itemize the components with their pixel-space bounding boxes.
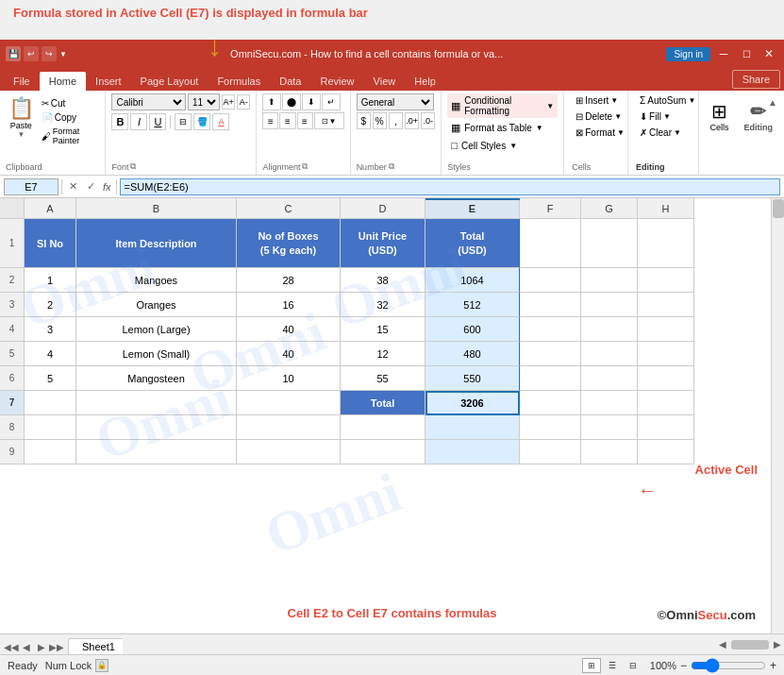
view-normal-button[interactable]: ⊞ bbox=[582, 658, 601, 673]
tab-page-layout[interactable]: Page Layout bbox=[131, 72, 209, 91]
cell-b2[interactable]: Mangoes bbox=[76, 268, 237, 293]
cells-large-button[interactable]: ⊞ Cells bbox=[707, 96, 733, 136]
cell-b5[interactable]: Lemon (Small) bbox=[76, 342, 237, 366]
cell-h3[interactable] bbox=[638, 293, 694, 317]
underline-button[interactable]: U bbox=[149, 113, 166, 130]
cell-g9[interactable] bbox=[581, 440, 638, 464]
number-format-select[interactable]: General bbox=[357, 93, 434, 110]
increase-font-button[interactable]: A+ bbox=[222, 94, 235, 110]
cell-b1[interactable]: Item Description bbox=[76, 219, 237, 268]
cell-g4[interactable] bbox=[581, 317, 638, 342]
share-button[interactable]: Share bbox=[732, 70, 780, 89]
cell-f3[interactable] bbox=[520, 293, 581, 317]
dollar-button[interactable]: $ bbox=[357, 112, 371, 129]
scroll-left-button[interactable]: ◀ bbox=[716, 638, 729, 651]
font-color-button[interactable]: A bbox=[212, 113, 229, 130]
cell-b3[interactable]: Oranges bbox=[76, 293, 237, 317]
cell-a1[interactable]: Sl No bbox=[25, 219, 76, 268]
conditional-formatting-button[interactable]: ▦ Conditional Formatting ▼ bbox=[447, 93, 558, 118]
cell-f1[interactable] bbox=[520, 219, 581, 268]
copy-button[interactable]: 📄 Copy bbox=[40, 111, 100, 124]
cell-g6[interactable] bbox=[581, 366, 638, 391]
view-page-break-button[interactable]: ⊟ bbox=[624, 658, 642, 673]
col-header-h[interactable]: H bbox=[638, 198, 694, 219]
cell-b6[interactable]: Mangosteen bbox=[76, 366, 237, 391]
cell-a8[interactable] bbox=[25, 415, 76, 440]
cell-g7[interactable] bbox=[581, 391, 638, 415]
cell-a4[interactable]: 3 bbox=[25, 317, 76, 342]
cell-a3[interactable]: 2 bbox=[25, 293, 76, 317]
decrease-decimal-button[interactable]: .0- bbox=[421, 112, 435, 129]
cell-a9[interactable] bbox=[25, 440, 76, 464]
cut-button[interactable]: ✂ Cut bbox=[40, 97, 100, 110]
cell-d3[interactable]: 32 bbox=[341, 293, 425, 317]
cell-c5[interactable]: 40 bbox=[237, 342, 341, 366]
merge-center-button[interactable]: ⊡ ▼ bbox=[314, 112, 344, 129]
cell-h6[interactable] bbox=[638, 366, 694, 391]
paste-button[interactable]: 📋 Paste ▼ bbox=[6, 93, 37, 141]
cell-reference-input[interactable] bbox=[4, 178, 58, 195]
close-icon[interactable]: ✕ bbox=[759, 45, 778, 62]
cell-f5[interactable] bbox=[520, 342, 581, 366]
restore-icon[interactable]: ☐ bbox=[737, 45, 756, 62]
cell-f2[interactable] bbox=[520, 268, 581, 293]
nav-right-button[interactable]: ▶▶ bbox=[49, 639, 64, 654]
cell-c7[interactable] bbox=[237, 391, 341, 415]
tab-help[interactable]: Help bbox=[405, 72, 445, 91]
nav-left-button[interactable]: ◀◀ bbox=[4, 639, 19, 654]
cell-g5[interactable] bbox=[581, 342, 638, 366]
vertical-scrollbar[interactable] bbox=[771, 198, 784, 633]
font-name-select[interactable]: Calibri bbox=[111, 93, 186, 110]
cell-h8[interactable] bbox=[638, 415, 694, 440]
decrease-font-button[interactable]: A- bbox=[237, 94, 250, 110]
tab-formulas[interactable]: Formulas bbox=[208, 72, 270, 91]
cell-b9[interactable] bbox=[76, 440, 237, 464]
cell-e7-active[interactable]: 3206 bbox=[425, 391, 520, 415]
collapse-ribbon-button[interactable]: ▲ bbox=[765, 94, 780, 110]
cell-g2[interactable] bbox=[581, 268, 638, 293]
cell-c8[interactable] bbox=[237, 415, 341, 440]
cell-e3[interactable]: 512 bbox=[425, 293, 520, 317]
cell-f4[interactable] bbox=[520, 317, 581, 342]
format-as-table-button[interactable]: ▦ Format as Table ▼ bbox=[447, 120, 558, 136]
tab-review[interactable]: Review bbox=[310, 72, 363, 91]
right-align-button[interactable]: ≡ bbox=[297, 112, 313, 129]
cell-h7[interactable] bbox=[638, 391, 694, 415]
cell-d1[interactable]: Unit Price(USD) bbox=[341, 219, 425, 268]
cell-c3[interactable]: 16 bbox=[237, 293, 341, 317]
col-header-b[interactable]: B bbox=[76, 198, 237, 219]
fill-color-button[interactable]: 🪣 bbox=[193, 113, 210, 130]
cell-f6[interactable] bbox=[520, 366, 581, 391]
autosum-button[interactable]: ΣAutoSum▼ bbox=[636, 93, 690, 108]
cell-e5[interactable]: 480 bbox=[425, 342, 520, 366]
cell-a2[interactable]: 1 bbox=[25, 268, 76, 293]
cell-h5[interactable] bbox=[638, 342, 694, 366]
cell-e9[interactable] bbox=[425, 440, 520, 464]
col-header-d[interactable]: D bbox=[341, 198, 425, 219]
format-painter-button[interactable]: 🖌 Format Painter bbox=[40, 126, 100, 146]
tab-home[interactable]: Home bbox=[40, 72, 86, 91]
cell-styles-button[interactable]: □ Cell Styles ▼ bbox=[447, 138, 558, 153]
cell-f8[interactable] bbox=[520, 415, 581, 440]
zoom-in-button[interactable]: + bbox=[770, 659, 776, 672]
align-bottom-button[interactable]: ⬇ bbox=[302, 93, 321, 110]
horizontal-scrollbar[interactable]: ◀ ▶ bbox=[123, 633, 784, 654]
cell-h1[interactable] bbox=[638, 219, 694, 268]
save-icon[interactable]: 💾 bbox=[6, 46, 21, 61]
align-top-button[interactable]: ⬆ bbox=[262, 93, 281, 110]
cell-b4[interactable]: Lemon (Large) bbox=[76, 317, 237, 342]
cell-f9[interactable] bbox=[520, 440, 581, 464]
formula-input[interactable] bbox=[120, 178, 780, 195]
redo-icon[interactable]: ↪ bbox=[42, 46, 57, 61]
cell-b7[interactable] bbox=[76, 391, 237, 415]
cell-g1[interactable] bbox=[581, 219, 638, 268]
cell-c4[interactable]: 40 bbox=[237, 317, 341, 342]
signin-button[interactable]: Sign in bbox=[666, 47, 710, 61]
cell-d9[interactable] bbox=[341, 440, 425, 464]
increase-decimal-button[interactable]: .0+ bbox=[405, 112, 419, 129]
scroll-right-button[interactable]: ▶ bbox=[771, 638, 784, 651]
undo-icon[interactable]: ↩ bbox=[24, 46, 39, 61]
clear-button[interactable]: ✗Clear▼ bbox=[636, 126, 690, 140]
tab-data[interactable]: Data bbox=[270, 72, 310, 91]
nav-next-button[interactable]: ▶ bbox=[34, 639, 49, 654]
